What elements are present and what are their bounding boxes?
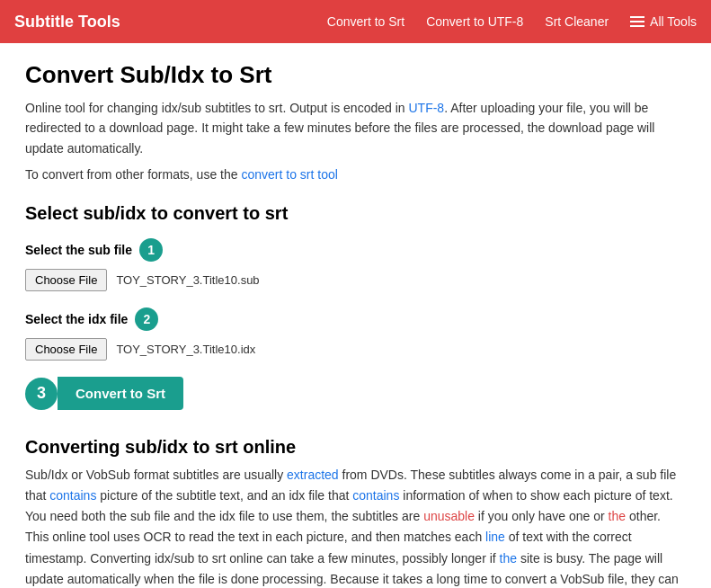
sub-label-row: Select the sub file 1 [25, 238, 686, 262]
sub-label-text: Select the sub file [25, 243, 132, 257]
article-section: Converting sub/idx to srt online Sub/Idx… [25, 437, 686, 588]
nav-link-convert-utf8[interactable]: Convert to UTF-8 [426, 14, 523, 29]
intro-paragraph: Online tool for changing idx/sub subtitl… [25, 98, 686, 158]
step-badge-2: 2 [135, 307, 158, 331]
main-nav: Subtitle Tools Convert to Srt Convert to… [0, 0, 711, 43]
sub-filename: TOY_STORY_3.Title10.sub [116, 273, 259, 287]
convert-other-link[interactable]: convert to srt tool [241, 167, 337, 182]
sub-file-row: Choose File TOY_STORY_3.Title10.sub [25, 269, 686, 291]
article-title: Converting sub/idx to srt online [25, 437, 686, 458]
nav-link-convert-srt[interactable]: Convert to Srt [327, 14, 404, 29]
nav-link-srt-cleaner[interactable]: Srt Cleaner [545, 14, 609, 29]
idx-label-row: Select the idx file 2 [25, 307, 686, 331]
idx-choose-file-button[interactable]: Choose File [25, 338, 107, 361]
sub-choose-file-button[interactable]: Choose File [25, 269, 107, 291]
main-content: Convert Sub/Idx to Srt Online tool for c… [0, 43, 711, 588]
convert-btn-row: 3 Convert to Srt [25, 377, 686, 410]
convert-other-paragraph: To convert from other formats, use the c… [25, 167, 686, 182]
nav-links: Convert to Srt Convert to UTF-8 Srt Clea… [327, 14, 697, 29]
step-badge-3: 3 [25, 378, 58, 410]
page-title: Convert Sub/Idx to Srt [25, 61, 686, 89]
idx-filename: TOY_STORY_3.Title10.idx [116, 343, 255, 356]
all-tools-menu[interactable]: All Tools [630, 14, 697, 29]
idx-label-text: Select the idx file [25, 312, 128, 326]
convert-button[interactable]: Convert to Srt [58, 377, 183, 410]
idx-file-row: Choose File TOY_STORY_3.Title10.idx [25, 338, 686, 361]
section-title: Select sub/idx to convert to srt [25, 203, 686, 224]
convert-other-text: To convert from other formats, use the [25, 167, 241, 182]
hamburger-icon [630, 16, 644, 27]
step-badge-1: 1 [139, 238, 163, 262]
utf8-link[interactable]: UTF-8 [408, 101, 444, 115]
intro-text-part1: Online tool for changing idx/sub subtitl… [25, 101, 408, 115]
all-tools-label: All Tools [650, 14, 697, 29]
article-text: Sub/Idx or VobSub format subtitles are u… [25, 465, 686, 588]
brand-logo: Subtitle Tools [14, 13, 120, 31]
